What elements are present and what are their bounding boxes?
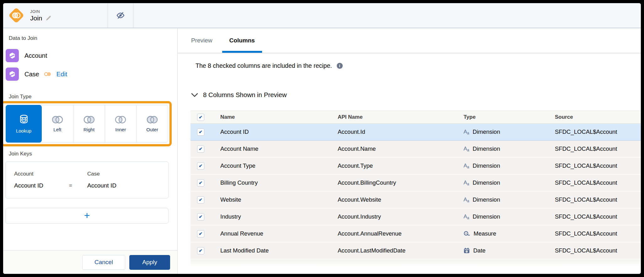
- dataset-row-account: Account: [6, 49, 47, 62]
- node-titles: JOIN Join: [30, 9, 51, 22]
- row-checkbox[interactable]: [197, 162, 204, 170]
- tab-columns[interactable]: Columns: [229, 28, 255, 53]
- join-type-left[interactable]: Left: [42, 105, 73, 142]
- table-row[interactable]: Last Modified Date Account.LastModifiedD…: [191, 242, 641, 259]
- cancel-button[interactable]: Cancel: [82, 255, 125, 270]
- cell-source: SFDC_LOCAL$Account: [545, 128, 641, 135]
- dataset-icon: [6, 68, 19, 81]
- row-checkbox[interactable]: [197, 247, 204, 254]
- cell-name: Billing Country: [211, 179, 328, 186]
- cell-name: Industry: [211, 213, 328, 220]
- cell-type: Dimension: [473, 145, 500, 152]
- join-type-callout: Lookup Left: [3, 101, 172, 146]
- info-row: The 8 checked columns are included in th…: [196, 62, 343, 69]
- join-type-label: Join Type: [9, 94, 31, 100]
- venn-left-icon: [51, 115, 64, 124]
- add-join-key-button[interactable]: +: [5, 208, 169, 224]
- tab-bar: Preview Columns: [178, 28, 641, 53]
- join-config-panel: Data to Join Account Case Edit Join Type: [3, 28, 178, 274]
- apply-button[interactable]: Apply: [129, 255, 170, 270]
- date-icon: [464, 247, 470, 254]
- cell-source: SFDC_LOCAL$Account: [545, 247, 641, 254]
- column-header-source: Source: [545, 114, 641, 120]
- dimension-icon: Aa: [464, 214, 469, 220]
- row-checkbox[interactable]: [197, 179, 204, 187]
- cell-source: SFDC_LOCAL$Account: [545, 230, 641, 237]
- cell-name: Last Modified Date: [211, 247, 328, 254]
- columns-section-title: 8 Columns Shown in Preview: [203, 91, 287, 99]
- hide-preview-button[interactable]: [108, 3, 133, 28]
- table-row[interactable]: Billing Country Account.BillingCountry A…: [191, 175, 641, 192]
- select-all-checkbox[interactable]: [197, 114, 204, 121]
- table-row[interactable]: Annual Revenue Account.AnnualRevenue Mea…: [191, 225, 641, 242]
- cell-name: Website: [211, 196, 328, 203]
- row-checkbox[interactable]: [197, 196, 204, 204]
- cell-name: Account Type: [211, 162, 328, 169]
- cell-type: Measure: [474, 230, 496, 237]
- column-header-type: Type: [454, 114, 545, 120]
- cell-api-name: Account.Industry: [328, 213, 454, 220]
- column-header-api-name: API Name: [328, 114, 454, 120]
- info-icon[interactable]: i: [337, 63, 343, 69]
- tab-preview[interactable]: Preview: [191, 28, 212, 53]
- lookup-icon: [18, 114, 30, 125]
- cell-api-name: Account.BillingCountry: [328, 179, 454, 186]
- cell-type: Dimension: [473, 128, 500, 135]
- join-badge-icon: [44, 72, 51, 76]
- dimension-icon: Aa: [464, 129, 469, 135]
- cell-api-name: Account.Id: [328, 128, 454, 135]
- node-type-label: JOIN: [30, 9, 51, 14]
- join-key-card[interactable]: Account Case Account ID = Account ID: [5, 161, 169, 198]
- cell-api-name: Account.Type: [328, 162, 454, 169]
- join-type-outer[interactable]: Outer: [136, 105, 168, 142]
- join-node-icon: [8, 7, 25, 24]
- row-checkbox[interactable]: [197, 213, 204, 220]
- row-checkbox[interactable]: [197, 145, 204, 153]
- table-row[interactable]: Account ID Account.Id AaDimension SFDC_L…: [191, 124, 641, 141]
- table-scroll-fade: [191, 259, 641, 267]
- row-checkbox[interactable]: [197, 230, 204, 237]
- venn-icon: [12, 12, 21, 19]
- cell-api-name: Account.Name: [328, 145, 454, 152]
- cell-type: Date: [473, 247, 486, 254]
- cell-name: Account ID: [211, 128, 328, 135]
- join-type-right[interactable]: Right: [73, 105, 105, 142]
- join-key-right-object: Case: [87, 171, 168, 177]
- venn-outer-icon: [146, 115, 159, 124]
- edit-name-pencil-icon[interactable]: [46, 15, 51, 21]
- dataset-name: Case: [24, 71, 39, 78]
- cell-api-name: Account.AnnualRevenue: [328, 230, 454, 237]
- cell-name: Account Name: [211, 145, 328, 152]
- join-type-lookup[interactable]: Lookup: [6, 105, 42, 143]
- join-key-left-field: Account ID: [14, 182, 69, 189]
- dataset-name: Account: [24, 52, 47, 59]
- dataset-icon: [6, 49, 19, 62]
- cell-type: Dimension: [473, 179, 500, 186]
- node-title: Join: [30, 14, 42, 22]
- info-text: The 8 checked columns are included in th…: [196, 62, 332, 69]
- venn-right-icon: [83, 115, 96, 124]
- join-keys-label: Join Keys: [9, 151, 32, 157]
- join-type-inner[interactable]: Inner: [105, 105, 137, 142]
- column-header-name: Name: [211, 114, 328, 120]
- table-row[interactable]: Industry Account.Industry AaDimension SF…: [191, 209, 641, 225]
- cell-name: Annual Revenue: [211, 230, 328, 237]
- table-row[interactable]: Account Name Account.Name AaDimension SF…: [191, 141, 641, 158]
- app-frame: JOIN Join Data to Joi: [3, 3, 641, 274]
- dimension-icon: Aa: [464, 197, 469, 203]
- measure-icon: [464, 231, 470, 237]
- join-type-group: Lookup Left: [6, 105, 168, 143]
- cell-api-name: Account.LastModifiedDate: [328, 247, 454, 254]
- dimension-icon: Aa: [464, 146, 469, 152]
- join-key-right-field: Account ID: [87, 182, 168, 189]
- columns-section-header[interactable]: 8 Columns Shown in Preview: [191, 91, 287, 99]
- eye-slash-icon: [116, 11, 125, 20]
- table-row[interactable]: Website Account.Website AaDimension SFDC…: [191, 192, 641, 209]
- dimension-icon: Aa: [464, 180, 469, 186]
- cell-type: Dimension: [473, 162, 500, 169]
- row-checkbox[interactable]: [197, 128, 204, 136]
- join-node-card: JOIN Join: [3, 3, 108, 28]
- cell-source: SFDC_LOCAL$Account: [545, 196, 641, 203]
- edit-join-link[interactable]: Edit: [56, 71, 67, 78]
- table-row[interactable]: Account Type Account.Type AaDimension SF…: [191, 158, 641, 175]
